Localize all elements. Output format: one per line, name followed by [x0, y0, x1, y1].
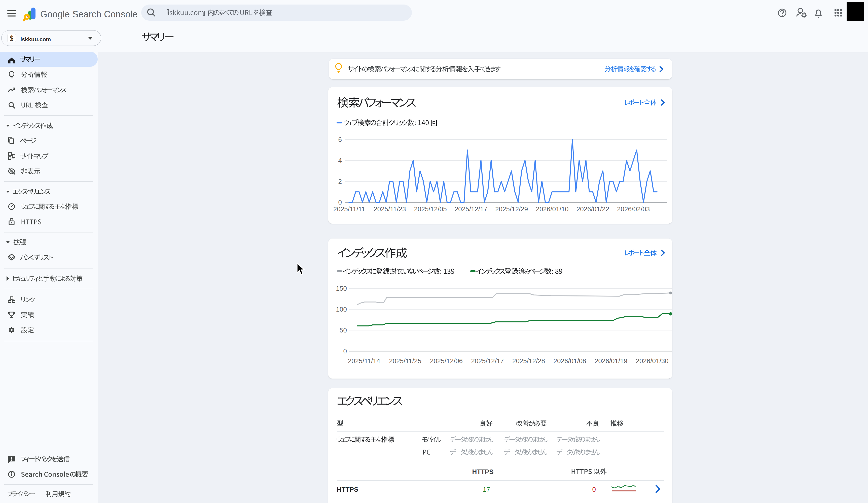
svg-text:$: $ [10, 34, 13, 42]
